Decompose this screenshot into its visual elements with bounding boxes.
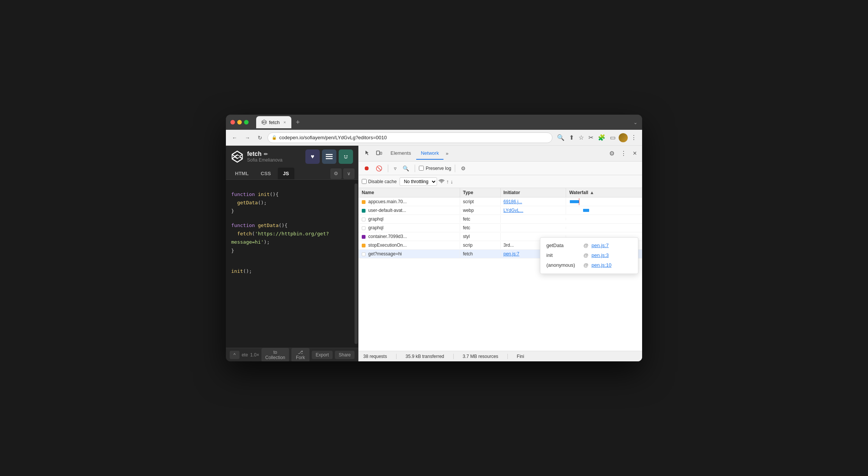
cell-type: fetc bbox=[460, 215, 501, 223]
code-scrollbar[interactable] bbox=[355, 184, 358, 344]
status-requests: 38 requests bbox=[363, 354, 387, 359]
cs-fn-3: (anonymous) bbox=[546, 262, 580, 269]
tab-expand-button[interactable]: ⌄ bbox=[633, 120, 638, 125]
forward-button[interactable]: → bbox=[243, 133, 252, 142]
col-name[interactable]: Name bbox=[359, 188, 460, 197]
svg-rect-7 bbox=[380, 152, 382, 154]
table-row[interactable]: appcues.main.70... script 69186.j... bbox=[359, 198, 642, 206]
disable-cache-area: Disable cache bbox=[362, 179, 397, 184]
clear-button[interactable]: 🚫 bbox=[374, 164, 384, 173]
minimize-traffic-light[interactable] bbox=[237, 120, 242, 124]
close-traffic-light[interactable] bbox=[230, 120, 235, 124]
css-tab[interactable]: CSS bbox=[255, 168, 276, 179]
console-toggle-button[interactable]: ^ bbox=[230, 351, 240, 359]
search-button[interactable]: 🔍 bbox=[401, 164, 411, 173]
code-line-5 bbox=[231, 215, 353, 221]
preserve-log-label[interactable]: Preserve log bbox=[426, 166, 451, 171]
fork-button[interactable]: ⎇ Fork bbox=[291, 348, 310, 362]
cell-type: styl bbox=[460, 233, 501, 240]
editor-settings-button[interactable]: ⚙ bbox=[330, 168, 342, 179]
disable-cache-checkbox[interactable] bbox=[362, 179, 367, 184]
inspect-element-button[interactable] bbox=[362, 148, 372, 159]
sidebar-icon-btn[interactable]: ▭ bbox=[608, 132, 617, 143]
col-waterfall[interactable]: Waterfall ▲ bbox=[566, 188, 642, 197]
extensions-icon-btn[interactable]: 🧩 bbox=[596, 132, 607, 143]
codepen-title-area: fetch ✏ Sofia Emelianova bbox=[247, 151, 302, 163]
svg-rect-2 bbox=[326, 158, 333, 159]
share-button[interactable]: Share bbox=[335, 351, 355, 359]
cs-link-1[interactable]: pen.js:7 bbox=[591, 242, 609, 249]
initiator-link[interactable]: 69186.j... bbox=[504, 199, 522, 204]
codepen-tab-icon bbox=[261, 120, 267, 125]
col-type[interactable]: Type bbox=[460, 188, 501, 197]
tab-label: fetch bbox=[269, 120, 280, 125]
disable-cache-label[interactable]: Disable cache bbox=[368, 179, 397, 184]
waterfall-redline bbox=[579, 198, 579, 205]
back-button[interactable]: ← bbox=[230, 133, 240, 142]
filter-button[interactable]: ▿ bbox=[392, 164, 398, 173]
wifi-icon bbox=[439, 179, 445, 185]
main-content: fetch ✏ Sofia Emelianova ♥ bbox=[226, 146, 642, 361]
list-button[interactable] bbox=[322, 149, 336, 164]
smile-button[interactable] bbox=[339, 149, 353, 164]
cell-waterfall bbox=[566, 198, 642, 206]
network-settings-button[interactable]: ⚙ bbox=[459, 164, 468, 173]
code-area[interactable]: function init(){ getData(); } function g… bbox=[226, 180, 358, 348]
table-row[interactable]: user-default-avat... webp LYdGvL... bbox=[359, 206, 642, 215]
initiator-link[interactable]: LYdGvL... bbox=[504, 208, 523, 213]
table-row[interactable]: graphql fetc bbox=[359, 215, 642, 224]
devtools-settings-button[interactable]: ⚙ bbox=[607, 148, 617, 159]
codepen-panel: fetch ✏ Sofia Emelianova ♥ bbox=[226, 146, 358, 361]
svg-rect-0 bbox=[326, 154, 333, 155]
preserve-log-checkbox[interactable] bbox=[419, 166, 424, 171]
row-name: stopExecutionOn... bbox=[368, 243, 406, 248]
bookmark-icon-btn[interactable]: ☆ bbox=[577, 132, 585, 143]
devtools-more-button[interactable]: ⋮ bbox=[618, 148, 629, 159]
refresh-button[interactable]: ↻ bbox=[255, 133, 264, 142]
network-tab[interactable]: Network bbox=[416, 147, 443, 160]
cs-link-2[interactable]: pen.js:3 bbox=[591, 252, 609, 259]
cell-type: fetch bbox=[460, 250, 501, 258]
toolbar-separator-1 bbox=[388, 165, 388, 172]
cs-link-3[interactable]: pen.js:10 bbox=[591, 262, 611, 269]
html-tab[interactable]: HTML bbox=[230, 168, 254, 179]
export-button[interactable]: Export bbox=[312, 351, 333, 359]
share-icon-btn[interactable]: ⬆ bbox=[568, 132, 576, 143]
maximize-traffic-light[interactable] bbox=[244, 120, 249, 124]
tab-close-button[interactable]: × bbox=[283, 120, 286, 124]
heart-button[interactable]: ♥ bbox=[305, 149, 320, 164]
fn-fetch: fetch bbox=[237, 231, 252, 236]
codepen-title: fetch ✏ bbox=[247, 151, 302, 157]
devtools-header: Elements Network » ⚙ ⋮ × bbox=[359, 146, 642, 162]
user-avatar[interactable] bbox=[619, 133, 628, 142]
new-tab-button[interactable]: + bbox=[293, 118, 303, 126]
fn-getData-def: getData bbox=[258, 222, 278, 228]
initiator-link[interactable]: pen.js:7 bbox=[504, 251, 520, 257]
device-toggle-button[interactable] bbox=[374, 148, 384, 159]
js-tab[interactable]: JS bbox=[278, 168, 294, 179]
active-tab[interactable]: fetch × bbox=[256, 116, 291, 128]
edit-icon[interactable]: ✏ bbox=[264, 151, 268, 157]
record-button[interactable]: ⏺ bbox=[362, 164, 372, 173]
cut-icon-btn[interactable]: ✂ bbox=[587, 132, 595, 143]
code-line-8: } bbox=[231, 247, 353, 255]
browser-window: fetch × + ⌄ ← → ↻ 🔒 codepen.io/sofiayem/… bbox=[226, 115, 642, 361]
elements-tab[interactable]: Elements bbox=[386, 147, 415, 160]
table-row[interactable]: graphql fetc bbox=[359, 224, 642, 232]
title-bar: fetch × + ⌄ bbox=[226, 115, 642, 130]
row-name: user-default-avat... bbox=[368, 208, 406, 213]
devtools-close-button[interactable]: × bbox=[630, 148, 639, 159]
cell-waterfall bbox=[566, 215, 642, 223]
callstack-row-1: getData @ pen.js:7 bbox=[546, 242, 632, 249]
col-initiator[interactable]: Initiator bbox=[501, 188, 566, 197]
more-tabs-button[interactable]: » bbox=[444, 149, 450, 158]
collection-button[interactable]: to Collection bbox=[261, 348, 289, 362]
lock-icon: 🔒 bbox=[272, 135, 277, 140]
more-icon-btn[interactable]: ⋮ bbox=[629, 132, 638, 143]
cell-name: graphql bbox=[359, 224, 460, 232]
throttle-select[interactable]: No throttling bbox=[400, 177, 437, 186]
search-icon-btn[interactable]: 🔍 bbox=[555, 132, 566, 143]
svg-point-4 bbox=[344, 156, 345, 157]
editor-expand-button[interactable]: ∨ bbox=[343, 168, 355, 179]
url-bar[interactable]: 🔒 codepen.io/sofiayem/pen/LYdGvLg?editor… bbox=[268, 132, 552, 143]
